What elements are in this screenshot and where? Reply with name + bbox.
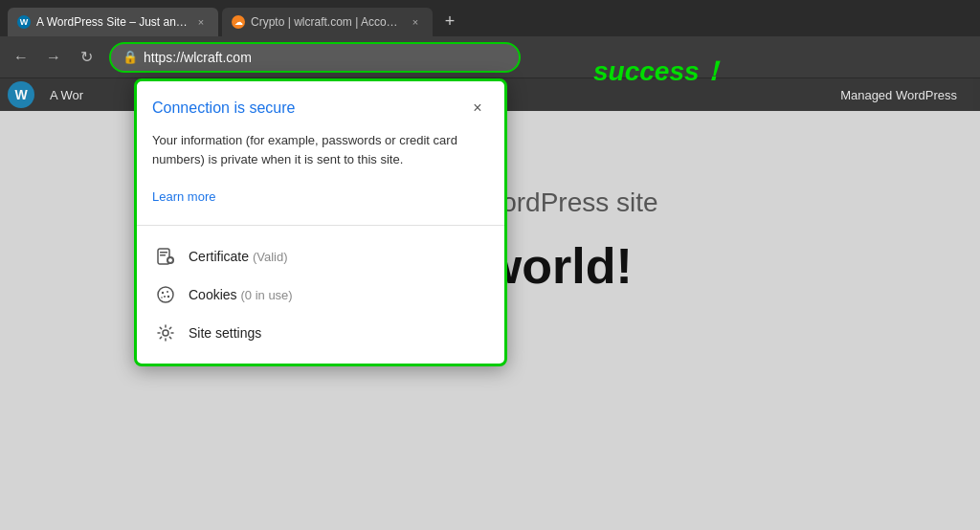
popup-divider [137, 225, 504, 226]
svg-point-11 [163, 330, 168, 336]
certificate-icon [156, 247, 175, 266]
forward-button[interactable]: → [40, 44, 67, 71]
svg-point-8 [164, 296, 166, 298]
tab-wordpress-close[interactable]: × [193, 14, 209, 30]
favicon-crypto-icon: ☁ [232, 15, 245, 29]
security-popup: Connection is secure × Your information … [134, 78, 507, 366]
wp-managed-label: Managed WordPress [840, 88, 972, 102]
tab-bar: W A WordPress Site – Just another W × ☁ … [0, 0, 980, 36]
popup-close-button[interactable]: × [466, 97, 489, 120]
svg-point-7 [167, 291, 168, 293]
popup-item-site-settings[interactable]: Site settings [141, 314, 501, 352]
new-tab-button[interactable]: + [436, 8, 463, 34]
svg-point-10 [161, 297, 163, 298]
popup-item-cookies[interactable]: Cookies (0 in use) [141, 276, 501, 314]
popup-description: Your information (for example, passwords… [152, 131, 489, 168]
svg-point-9 [167, 296, 169, 298]
site-settings-icon [156, 323, 175, 342]
popup-item-certificate[interactable]: Certificate (Valid) [141, 237, 501, 276]
svg-rect-1 [160, 252, 167, 254]
address-bar[interactable]: 🔒 https://wlcraft.com [109, 42, 521, 73]
wp-logo: W [8, 81, 34, 108]
cookies-icon [156, 285, 175, 304]
cookies-label: Cookies (0 in use) [189, 287, 293, 302]
learn-more-link[interactable]: Learn more [152, 189, 215, 204]
site-settings-label: Site settings [189, 325, 261, 341]
back-button[interactable]: ← [8, 44, 34, 71]
wp-site-label: A Wor [42, 84, 91, 106]
svg-point-6 [162, 292, 164, 294]
popup-items: Certificate (Valid) Cookies (0 in use) [137, 233, 504, 364]
tab-wordpress-title: A WordPress Site – Just another W [36, 15, 188, 29]
svg-point-4 [168, 258, 173, 263]
lock-icon: 🔒 [122, 50, 138, 64]
certificate-label: Certificate (Valid) [189, 249, 288, 264]
reload-button[interactable]: ↻ [73, 44, 100, 71]
address-bar-row: ← → ↻ 🔒 https://wlcraft.com ↖ [0, 36, 980, 78]
tab-crypto-title: Crypto | wlcraft.com | Account | C [251, 15, 402, 29]
popup-body: Your information (for example, passwords… [137, 127, 504, 217]
tab-crypto-close[interactable]: × [408, 14, 423, 30]
favicon-wordpress-icon: W [17, 15, 31, 29]
popup-title: Connection is secure [152, 99, 295, 117]
address-bar-container: 🔒 https://wlcraft.com ↖ [109, 42, 521, 73]
popup-header: Connection is secure × [137, 81, 504, 127]
tab-wordpress[interactable]: W A WordPress Site – Just another W × [8, 8, 218, 36]
svg-point-5 [158, 287, 173, 302]
success-label: success！ [593, 54, 726, 90]
url-text: https://wlcraft.com [144, 50, 252, 65]
svg-rect-2 [160, 254, 166, 256]
tab-crypto[interactable]: ☁ Crypto | wlcraft.com | Account | C × [222, 8, 433, 36]
